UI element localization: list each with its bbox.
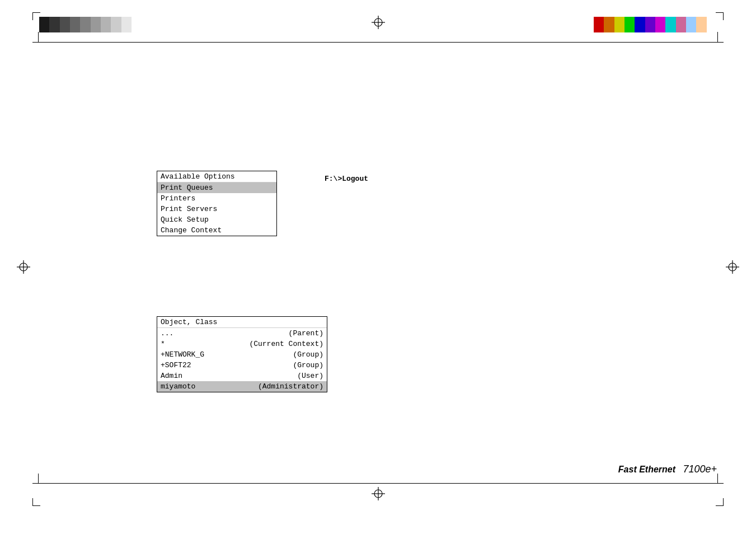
vtick-bl	[38, 474, 39, 484]
object-table-row[interactable]: *(Current Context)	[157, 339, 327, 349]
color-swatch	[676, 17, 686, 32]
corner-mark-bl	[32, 498, 40, 506]
reg-mark-left	[17, 260, 30, 274]
object-class: (Current Context)	[228, 340, 323, 348]
object-table-header: Object, Class	[157, 317, 327, 328]
grayscale-swatch	[91, 17, 101, 32]
menu-item[interactable]: Change Context	[157, 225, 276, 236]
h-rule-bottom	[32, 483, 724, 484]
grayscale-bar	[39, 17, 162, 32]
object-name: +NETWORK_G	[161, 350, 228, 359]
object-table-row[interactable]: Admin(User)	[157, 371, 327, 381]
color-swatch	[696, 17, 706, 32]
grayscale-swatch	[49, 17, 59, 32]
corner-mark-tr	[716, 12, 724, 20]
grayscale-swatch	[60, 17, 70, 32]
object-name: *	[161, 340, 228, 348]
menu-item[interactable]: Print Queues	[157, 182, 276, 193]
grayscale-swatch	[111, 17, 121, 32]
brand-name: Fast Ethernet	[618, 465, 675, 474]
color-swatch	[624, 17, 635, 32]
color-swatch	[665, 17, 675, 32]
object-class: (Administrator)	[228, 382, 323, 391]
reg-mark-right	[726, 260, 739, 274]
object-table-row[interactable]: +NETWORK_G(Group)	[157, 349, 327, 360]
color-swatch	[686, 17, 696, 32]
color-swatch	[707, 17, 717, 32]
menu-item[interactable]: Printers	[157, 193, 276, 204]
color-swatch	[645, 17, 655, 32]
color-swatch	[614, 17, 624, 32]
object-name: Admin	[161, 372, 228, 380]
corner-mark-br	[716, 498, 724, 506]
vtick-tr	[717, 32, 718, 42]
menu-title: Available Options	[157, 171, 276, 182]
reg-mark-bottom	[372, 487, 385, 500]
grayscale-swatch	[101, 17, 111, 32]
vtick-br	[717, 474, 718, 484]
object-table-row[interactable]: miyamoto(Administrator)	[157, 381, 327, 392]
reg-mark-top	[372, 16, 385, 29]
grayscale-swatch	[152, 17, 162, 32]
menu-item[interactable]: Quick Setup	[157, 214, 276, 225]
object-name: ...	[161, 329, 228, 338]
brand-model: 7100e+	[683, 463, 717, 475]
available-options-menu: Available Options Print QueuesPrintersPr…	[157, 171, 277, 236]
object-table-row[interactable]: +SOFT22(Group)	[157, 360, 327, 371]
object-class: (Group)	[228, 361, 323, 369]
color-swatch	[635, 17, 645, 32]
color-swatch	[655, 17, 665, 32]
grayscale-swatch	[80, 17, 90, 32]
grayscale-swatch	[142, 17, 152, 32]
grayscale-swatch	[132, 17, 142, 32]
color-bar	[594, 17, 717, 32]
object-class: (Group)	[228, 350, 323, 359]
object-name: miyamoto	[161, 382, 228, 391]
menu-item[interactable]: Print Servers	[157, 204, 276, 214]
grayscale-swatch	[39, 17, 49, 32]
object-class: (Parent)	[228, 329, 323, 338]
h-rule-top	[32, 42, 724, 43]
grayscale-swatch	[121, 17, 132, 32]
logout-text: F:\>Logout	[325, 175, 368, 183]
object-class-table: Object, Class ...(Parent)*(Current Conte…	[157, 316, 327, 392]
grayscale-swatch	[70, 17, 80, 32]
object-class: (User)	[228, 372, 323, 380]
vtick-tl	[38, 32, 39, 42]
brand-label: Fast Ethernet 7100e+	[618, 463, 717, 475]
object-table-row[interactable]: ...(Parent)	[157, 328, 327, 339]
color-swatch	[594, 17, 604, 32]
object-name: +SOFT22	[161, 361, 228, 369]
color-swatch	[604, 17, 614, 32]
